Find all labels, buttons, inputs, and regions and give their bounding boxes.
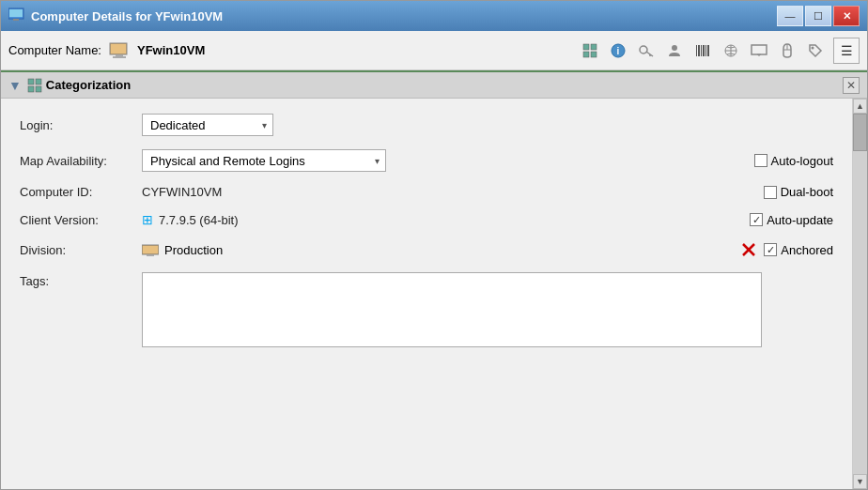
- barcode-toolbar-icon[interactable]: [690, 38, 715, 63]
- scroll-up-button[interactable]: ▲: [853, 99, 867, 114]
- auto-logout-label: Auto-logout: [771, 154, 834, 168]
- svg-point-13: [640, 46, 647, 54]
- anchored-checkbox[interactable]: ✓: [764, 243, 777, 256]
- map-availability-dropdown[interactable]: Physical and Remote Logins ▾: [142, 149, 386, 172]
- section-header: ▼ Categorization ✕: [1, 70, 867, 99]
- tag-toolbar-icon[interactable]: [803, 38, 828, 63]
- computer-icon: [109, 42, 130, 59]
- svg-rect-8: [591, 44, 597, 50]
- content-area: Login: Dedicated ▾ Map Availability:: [1, 99, 867, 489]
- toolbar: Computer Name: YFwin10VM i: [1, 31, 867, 70]
- map-availability-arrow: ▾: [373, 156, 381, 166]
- title-bar: Computer Details for YFwin10VM — ☐ ✕: [1, 1, 867, 31]
- svg-rect-19: [701, 45, 702, 56]
- svg-rect-18: [698, 45, 700, 56]
- window-controls: — ☐ ✕: [777, 6, 860, 26]
- windows-icon: ⊞: [142, 212, 153, 227]
- computer-name-value: YFwin10VM: [137, 43, 205, 57]
- login-dropdown[interactable]: Dedicated ▾: [142, 114, 273, 136]
- svg-rect-6: [113, 56, 126, 58]
- network-toolbar-icon[interactable]: [719, 38, 743, 63]
- maximize-button[interactable]: ☐: [805, 6, 831, 26]
- scrollbar: ▲ ▼: [852, 99, 867, 489]
- user-toolbar-icon[interactable]: [662, 38, 687, 63]
- auto-update-label: Auto-update: [767, 213, 833, 227]
- svg-rect-9: [583, 52, 589, 57]
- dual-boot-checkbox[interactable]: [764, 186, 777, 199]
- sidebar-toggle-button[interactable]: ☰: [833, 38, 860, 64]
- svg-rect-10: [591, 52, 597, 57]
- minimize-button[interactable]: —: [777, 6, 803, 26]
- svg-rect-5: [116, 54, 123, 56]
- section-grid-icon: [27, 78, 42, 93]
- tags-textarea[interactable]: [142, 272, 762, 347]
- login-row: Login: Dedicated ▾: [20, 114, 833, 136]
- svg-rect-38: [147, 254, 154, 256]
- dual-boot-checkbox-item: Dual-boot: [764, 185, 833, 199]
- client-version-row: Client Version: ⊞ 7.7.9.5 (64-bit) ✓ Aut…: [20, 212, 833, 227]
- svg-rect-37: [143, 246, 158, 253]
- svg-rect-20: [703, 45, 705, 56]
- svg-text:i: i: [617, 46, 620, 56]
- svg-rect-7: [583, 44, 589, 50]
- auto-logout-checkbox[interactable]: [754, 154, 767, 167]
- anchored-checkbox-item: ✓ Anchored: [764, 243, 833, 257]
- svg-rect-1: [9, 9, 23, 17]
- window-title: Computer Details for YFwin10VM: [31, 9, 777, 23]
- computer-id-row: Computer ID: CYFWIN10VM Dual-boot: [20, 185, 833, 199]
- scroll-down-button[interactable]: ▼: [853, 474, 867, 489]
- remove-x-icon: [741, 242, 756, 257]
- map-availability-value: Physical and Remote Logins: [147, 154, 373, 168]
- client-version-label: Client Version:: [20, 213, 142, 227]
- division-icon: [142, 243, 159, 256]
- scroll-track: [853, 114, 867, 474]
- computer-id-value: CYFWIN10VM: [142, 185, 222, 199]
- svg-rect-17: [696, 45, 697, 56]
- scroll-thumb[interactable]: [853, 114, 867, 151]
- svg-point-31: [812, 46, 814, 49]
- svg-rect-4: [111, 44, 126, 54]
- dual-boot-label: Dual-boot: [781, 185, 833, 199]
- screen-toolbar-icon[interactable]: [747, 38, 771, 63]
- main-window: Computer Details for YFwin10VM — ☐ ✕ Com…: [0, 0, 868, 490]
- computer-id-label: Computer ID:: [20, 185, 142, 199]
- auto-update-checkbox[interactable]: ✓: [750, 213, 763, 226]
- tags-row: Tags:: [20, 272, 833, 350]
- login-label: Login:: [20, 118, 142, 132]
- division-value: Production: [164, 243, 223, 257]
- tags-label: Tags:: [20, 272, 142, 288]
- key-toolbar-icon[interactable]: [634, 38, 659, 63]
- filter-icon: ▼: [8, 78, 22, 93]
- svg-rect-34: [28, 86, 34, 92]
- svg-rect-21: [705, 45, 706, 56]
- svg-rect-2: [13, 19, 19, 21]
- window-icon: [8, 8, 25, 24]
- info-toolbar-icon[interactable]: i: [606, 38, 630, 63]
- svg-rect-32: [28, 79, 34, 84]
- map-availability-row: Map Availability: Physical and Remote Lo…: [20, 149, 833, 172]
- svg-rect-33: [36, 79, 41, 84]
- section-close-button[interactable]: ✕: [843, 77, 860, 94]
- svg-point-16: [672, 45, 677, 51]
- map-availability-label: Map Availability:: [20, 154, 142, 168]
- grid-toolbar-icon[interactable]: [578, 38, 602, 63]
- division-label: Division:: [20, 243, 142, 257]
- close-button[interactable]: ✕: [833, 6, 860, 26]
- form-area: Login: Dedicated ▾ Map Availability:: [1, 99, 852, 489]
- svg-rect-26: [752, 45, 767, 54]
- login-dropdown-value: Dedicated: [147, 118, 260, 132]
- mouse-toolbar-icon[interactable]: [775, 38, 799, 63]
- auto-logout-checkbox-item: Auto-logout: [754, 154, 834, 168]
- client-version-value: 7.7.9.5 (64-bit): [159, 213, 239, 227]
- division-remove-button[interactable]: [739, 240, 758, 259]
- section-title: Categorization: [46, 78, 843, 92]
- division-row: Division: Production: [20, 240, 833, 259]
- login-dropdown-arrow: ▾: [260, 120, 269, 130]
- computer-name-label: Computer Name:: [8, 43, 101, 57]
- svg-rect-22: [707, 45, 709, 56]
- auto-update-checkbox-item: ✓ Auto-update: [750, 213, 833, 227]
- svg-rect-35: [36, 86, 41, 92]
- anchored-label: Anchored: [781, 243, 833, 257]
